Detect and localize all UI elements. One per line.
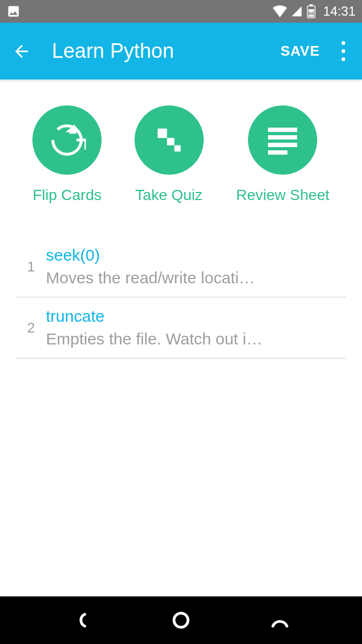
svg-text:66: 66 <box>309 11 314 16</box>
signal-icon <box>291 5 303 17</box>
save-button[interactable]: SAVE <box>280 43 320 59</box>
card-number: 2 <box>16 320 46 336</box>
svg-rect-7 <box>268 128 297 132</box>
quiz-label: Take Quiz <box>135 187 203 204</box>
cards-list: 1 seek(0) Moves the read/write locati… 2… <box>0 220 362 358</box>
card-row[interactable]: 2 truncate Empties the file. Watch out i… <box>16 297 346 358</box>
svg-rect-1 <box>310 4 313 6</box>
card-content: seek(0) Moves the read/write locati… <box>46 246 346 287</box>
review-label: Review Sheet <box>236 187 330 204</box>
nav-home-button[interactable] <box>167 607 195 634</box>
navigation-bar <box>0 596 362 644</box>
review-sheet-button[interactable]: Review Sheet <box>236 105 330 204</box>
card-content: truncate Empties the file. Watch out i… <box>46 307 346 348</box>
card-description: Moves the read/write locati… <box>46 269 346 287</box>
actions-row: Flip Cards Take Quiz Review Sheet <box>0 79 362 220</box>
back-button[interactable] <box>11 41 32 62</box>
card-description: Empties the file. Watch out i… <box>46 330 346 348</box>
card-row[interactable]: 1 seek(0) Moves the read/write locati… <box>16 236 346 297</box>
svg-point-11 <box>174 613 188 627</box>
nav-back-icon <box>74 612 90 628</box>
quiz-circle <box>135 105 204 175</box>
menu-dot-icon <box>341 57 345 61</box>
page-title: Learn Python <box>52 39 280 63</box>
refresh-icon <box>48 121 86 159</box>
review-circle <box>248 105 317 175</box>
flip-label: Flip Cards <box>32 187 102 204</box>
nav-recent-button[interactable] <box>266 607 293 634</box>
svg-rect-9 <box>268 143 297 147</box>
overflow-menu-button[interactable] <box>335 41 351 61</box>
arrow-back-icon <box>12 42 31 61</box>
list-icon <box>265 124 300 156</box>
status-time: 14:31 <box>323 4 356 19</box>
svg-rect-10 <box>268 150 287 155</box>
card-title: truncate <box>46 307 346 326</box>
wifi-icon <box>272 5 287 17</box>
card-number: 1 <box>16 258 46 275</box>
svg-rect-6 <box>174 145 180 152</box>
picture-icon <box>6 4 21 18</box>
flip-cards-button[interactable]: Flip Cards <box>32 105 102 204</box>
svg-rect-8 <box>268 135 297 140</box>
svg-rect-5 <box>167 138 175 145</box>
battery-icon: 66 <box>306 4 317 18</box>
nav-recent-icon <box>271 612 289 628</box>
svg-rect-4 <box>157 129 166 138</box>
nav-home-icon <box>172 611 190 629</box>
menu-dot-icon <box>341 49 345 53</box>
card-title: seek(0) <box>46 246 346 264</box>
status-left <box>6 4 21 18</box>
status-bar: 66 14:31 <box>0 0 362 23</box>
flip-circle <box>32 105 102 175</box>
menu-dot-icon <box>341 41 345 45</box>
app-bar: Learn Python SAVE <box>0 23 362 79</box>
status-right: 66 14:31 <box>272 4 356 19</box>
take-quiz-button[interactable]: Take Quiz <box>135 105 204 204</box>
nav-back-button[interactable] <box>69 607 96 634</box>
quiz-icon <box>153 124 185 156</box>
